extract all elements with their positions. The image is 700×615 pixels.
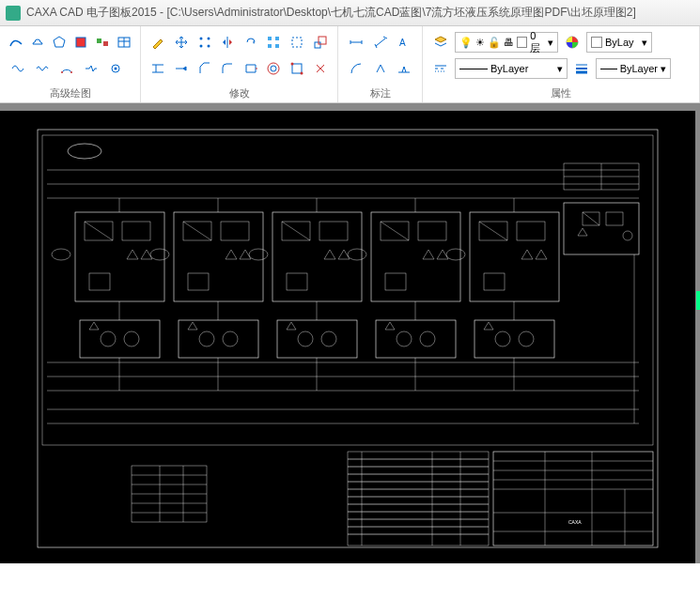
color-combo[interactable]: ByLay ▾ <box>586 32 652 53</box>
svg-point-63 <box>124 331 139 346</box>
light-icon: 💡 <box>459 37 473 49</box>
svg-rect-75 <box>348 452 489 546</box>
chevron-down-icon: ▾ <box>548 37 553 49</box>
ribbon-group-modify: 修改 <box>141 26 338 102</box>
print-icon: 🖶 <box>504 37 514 48</box>
dim-weld-tool[interactable] <box>394 58 414 79</box>
group-label-modify: 修改 <box>148 85 330 100</box>
svg-point-8 <box>70 71 72 73</box>
svg-rect-1 <box>76 38 86 47</box>
dim-arc-tool[interactable] <box>346 58 366 79</box>
svg-point-14 <box>207 45 210 48</box>
gear-tool[interactable] <box>105 58 126 79</box>
trim-tool[interactable] <box>148 58 168 79</box>
mirror-tool[interactable] <box>218 32 238 53</box>
svg-rect-15 <box>268 37 272 40</box>
dim-roughness-tool[interactable] <box>370 58 391 79</box>
ribbon-group-annotate: A 标注 <box>338 26 423 102</box>
polygon-tool[interactable] <box>51 32 69 53</box>
scale-tool[interactable] <box>310 32 330 53</box>
lineweight-preview <box>600 69 617 69</box>
window-title: CAXA CAD 电子图板2015 - [C:\Users\Administra… <box>26 5 636 21</box>
fill-tool[interactable] <box>71 32 89 53</box>
group-label-annotate: 标注 <box>346 85 414 100</box>
svg-point-10 <box>115 68 117 70</box>
svg-point-25 <box>291 63 294 66</box>
ribbon-group-advanced-draw: 高级绘图 <box>0 26 141 102</box>
pencil-tool[interactable] <box>148 32 168 53</box>
ribbon: 高级绘图 <box>0 26 700 103</box>
block-tool[interactable] <box>93 32 111 53</box>
svg-text:CAXA: CAXA <box>568 519 582 525</box>
table-tool[interactable] <box>115 32 132 53</box>
ribbon-group-properties: 💡 ☀ 🔓 🖶 0层 ▾ ByLay ▾ <box>423 26 700 102</box>
svg-line-51 <box>583 212 599 225</box>
arc3-tool[interactable] <box>56 58 77 79</box>
chamfer-tool[interactable] <box>194 58 214 79</box>
ruler-marker <box>696 291 700 310</box>
layer-color-swatch <box>517 37 527 48</box>
svg-point-12 <box>207 38 210 40</box>
chevron-down-icon: ▾ <box>642 37 647 49</box>
linetype-preview <box>459 69 488 69</box>
array-tool[interactable] <box>194 32 214 53</box>
svg-text:A: A <box>399 38 406 48</box>
edit-tool[interactable] <box>288 58 307 79</box>
svg-rect-36 <box>42 135 653 445</box>
dim-align-tool[interactable] <box>370 32 391 53</box>
linetype-value: ByLayer <box>490 63 528 74</box>
svg-rect-2 <box>97 38 101 43</box>
cloud-tool[interactable] <box>29 32 47 53</box>
linetype-combo[interactable]: ByLayer ▾ <box>455 58 568 79</box>
sun-icon: ☀ <box>475 37 485 49</box>
svg-rect-58 <box>122 222 150 240</box>
rotate-tool[interactable] <box>241 32 261 53</box>
layers-button[interactable] <box>430 32 451 53</box>
layer-combo[interactable]: 💡 ☀ 🔓 🖶 0层 ▾ <box>455 32 558 53</box>
dim-text-tool[interactable]: A <box>394 32 414 53</box>
lineweight-button[interactable] <box>571 58 592 79</box>
cad-drawing: CAXA <box>19 118 677 556</box>
fillet-tool[interactable] <box>218 58 238 79</box>
svg-point-53 <box>623 231 632 240</box>
svg-rect-18 <box>275 44 279 48</box>
svg-rect-24 <box>292 64 302 73</box>
svg-point-26 <box>301 72 303 75</box>
chevron-down-icon: ▾ <box>661 63 666 75</box>
svg-rect-61 <box>80 320 160 358</box>
curve-tool[interactable] <box>8 32 25 53</box>
svg-point-37 <box>68 144 101 159</box>
svg-point-13 <box>199 45 202 48</box>
move-tool[interactable] <box>172 32 192 53</box>
layer-name: 0层 <box>530 30 545 55</box>
svg-point-62 <box>101 331 116 346</box>
grid-tool[interactable] <box>264 32 284 53</box>
stretch-tool[interactable] <box>241 58 261 79</box>
svg-point-23 <box>268 63 279 74</box>
explode-tool[interactable] <box>310 58 330 79</box>
svg-rect-20 <box>315 42 320 48</box>
svg-rect-21 <box>319 37 326 44</box>
linetype-button[interactable] <box>430 58 451 79</box>
svg-rect-17 <box>268 44 272 48</box>
spline-tool[interactable] <box>8 58 28 79</box>
wave-tool[interactable] <box>32 58 53 79</box>
offset-tool[interactable] <box>264 58 284 79</box>
lineweight-combo[interactable]: ByLayer ▾ <box>596 58 671 79</box>
extend-tool[interactable] <box>172 58 192 79</box>
svg-rect-52 <box>606 212 623 225</box>
title-bar: CAXA CAD 电子图板2015 - [C:\Users\Administra… <box>0 0 700 26</box>
drawing-canvas[interactable]: CAXA <box>0 111 695 563</box>
app-name: CAXA CAD 电子图板2015 <box>26 6 157 19</box>
svg-rect-3 <box>103 41 108 46</box>
color-value: ByLay <box>605 37 634 48</box>
svg-line-57 <box>85 222 113 240</box>
lock-icon: 🔓 <box>488 37 501 49</box>
dim-horizontal-tool[interactable] <box>346 32 366 53</box>
group-label-properties: 属性 <box>430 85 692 100</box>
snap-tool[interactable] <box>288 32 307 53</box>
svg-point-11 <box>199 38 202 40</box>
svg-rect-59 <box>89 273 110 290</box>
colorwheel-button[interactable] <box>562 32 583 53</box>
break-tool[interactable] <box>81 58 101 79</box>
